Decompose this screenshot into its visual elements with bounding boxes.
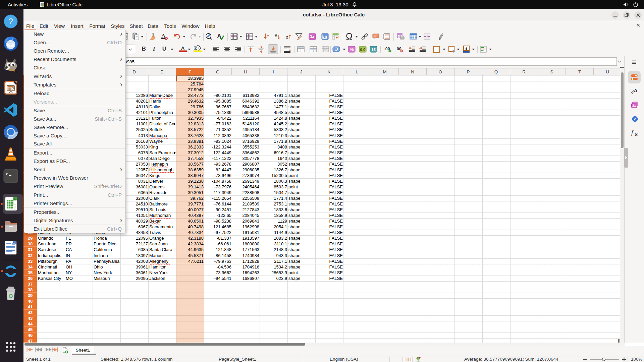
svg-text:A: A: [634, 88, 637, 93]
svg-text:z: z: [286, 35, 288, 40]
svg-text:f: f: [631, 130, 634, 136]
svg-text:0.0: 0.0: [360, 48, 366, 52]
svg-text:A: A: [274, 33, 278, 38]
svg-text:%: %: [350, 47, 354, 52]
svg-text:A: A: [161, 33, 165, 39]
svg-text:?: ?: [8, 17, 13, 26]
svg-text:15: 15: [371, 48, 376, 52]
svg-text:♻: ♻: [8, 293, 13, 299]
svg-text:A: A: [181, 45, 184, 51]
